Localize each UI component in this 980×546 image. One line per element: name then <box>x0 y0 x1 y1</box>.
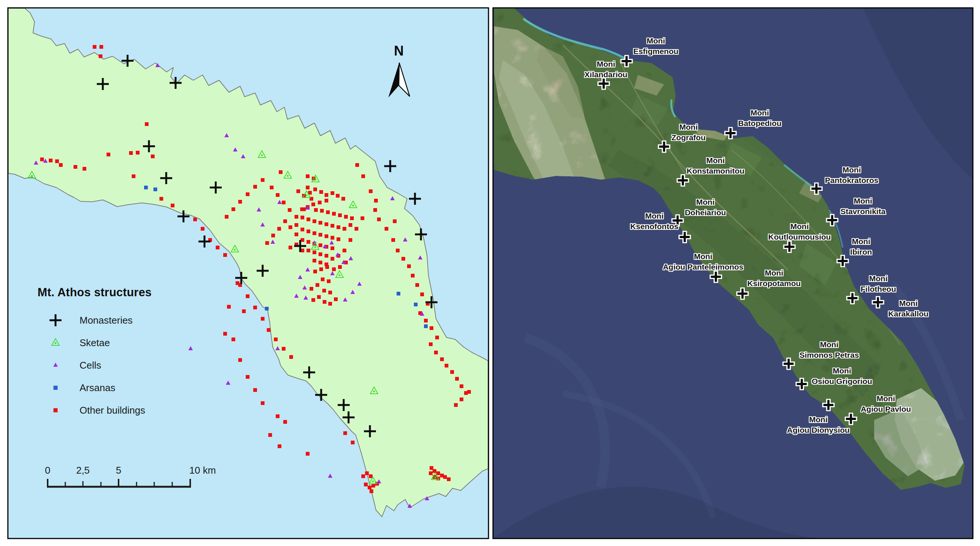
other-building-marker <box>253 388 257 392</box>
label-moni-agiou-dionysiou: MoniAgiou Dionysiou <box>787 414 850 435</box>
other-building-marker <box>385 227 388 231</box>
other-building-marker <box>49 159 52 162</box>
other-building-marker <box>306 186 310 189</box>
other-building-marker <box>315 283 319 287</box>
other-building-marker <box>393 219 396 223</box>
other-building-marker <box>306 452 310 456</box>
other-building-marker <box>55 159 59 163</box>
arsanas-marker <box>396 292 400 295</box>
other-building-marker <box>450 370 454 374</box>
arsanas-marker <box>414 303 418 306</box>
map-legend: Mt. Athos structures MonasteriesSketaeCe… <box>38 286 218 299</box>
label-moni-esfigmenou: MoniEsfigmenou <box>633 36 678 57</box>
other-building-marker <box>331 224 334 228</box>
other-building-marker <box>282 347 286 351</box>
other-building-marker <box>332 267 336 271</box>
other-building-marker <box>365 471 369 475</box>
label-moni-koutloumousiou: MoniKoutloumousiou <box>768 221 831 242</box>
other-building-marker <box>225 215 229 219</box>
other-building-marker <box>231 338 235 341</box>
other-building-marker <box>334 297 338 301</box>
cross-icon <box>38 313 73 328</box>
legend-item-label: Sketae <box>73 337 110 349</box>
sketae-marker-dot <box>339 275 340 276</box>
other-building-marker <box>328 290 332 294</box>
other-building-marker <box>430 466 433 470</box>
sketae-marker-dot <box>261 154 263 156</box>
label-moni-karakallou: MoniKarakallou <box>888 298 928 319</box>
other-building-marker <box>325 199 328 203</box>
other-building-marker <box>145 122 149 126</box>
other-building-marker <box>361 475 365 478</box>
other-building-marker <box>338 265 342 269</box>
label-moni-ibiron: MoniIbiron <box>850 236 872 257</box>
mt-athos-map-figure: 0 2,5 5 10 km N <box>0 0 980 546</box>
other-building-marker <box>193 217 197 221</box>
other-building-marker <box>351 441 355 444</box>
other-building-marker <box>40 157 44 161</box>
other-building-marker <box>396 249 399 252</box>
scale-label-2-5: 2,5 <box>76 465 90 476</box>
other-building-marker <box>227 305 231 309</box>
left-map-panel: 0 2,5 5 10 km N <box>8 8 489 539</box>
other-building-marker <box>434 351 438 354</box>
other-building-marker <box>369 475 372 478</box>
other-building-marker <box>411 274 415 278</box>
other-building-marker <box>319 190 323 194</box>
other-building-marker <box>294 232 298 236</box>
label-moni-xilandariou: MoniXilandariou <box>585 59 627 80</box>
other-building-marker <box>391 238 395 242</box>
legend-item-label: Arsanas <box>73 382 115 394</box>
other-building-marker <box>331 246 334 250</box>
other-building-marker <box>407 264 411 268</box>
sketae-marker-dot <box>234 249 236 251</box>
arsanas-marker <box>265 307 269 311</box>
other-building-marker <box>283 219 287 223</box>
sketae-marker-dot <box>372 481 374 483</box>
other-building-marker <box>443 475 447 479</box>
other-building-marker <box>325 193 328 197</box>
other-building-marker <box>429 342 433 346</box>
other-building-marker <box>337 237 340 241</box>
other-building-marker <box>223 332 227 336</box>
legend-item-monasteries: Monasteries <box>38 309 133 332</box>
other-building-marker <box>253 306 257 310</box>
other-building-marker <box>268 433 272 437</box>
legend-item-label: Other buildings <box>73 405 145 416</box>
other-building-marker <box>313 219 316 223</box>
other-building-marker <box>313 270 317 273</box>
other-building-marker <box>341 197 345 201</box>
other-building-marker <box>364 483 368 486</box>
other-building-marker <box>317 295 321 299</box>
other-building-marker <box>318 243 322 247</box>
other-building-marker <box>424 319 428 322</box>
other-building-marker <box>300 207 304 211</box>
other-building-marker <box>242 310 246 313</box>
other-building-marker <box>369 489 373 493</box>
other-building-marker <box>246 375 250 379</box>
other-building-marker <box>313 232 316 235</box>
other-building-marker <box>323 300 326 304</box>
triangle-filled-icon <box>38 358 73 373</box>
other-building-marker <box>371 484 375 487</box>
other-building-marker <box>344 215 348 219</box>
other-building-marker <box>430 326 433 330</box>
label-moni-filotheou: MoniFilotheou <box>861 273 896 294</box>
map-graphics: 0 2,5 5 10 km N <box>0 0 980 546</box>
other-building-marker <box>93 45 96 49</box>
other-building-marker <box>350 216 354 220</box>
other-building-marker <box>238 200 242 204</box>
other-building-marker <box>277 227 281 231</box>
other-building-marker <box>306 175 310 178</box>
other-building-marker <box>129 151 133 155</box>
other-building-marker <box>279 170 283 174</box>
other-building-marker <box>231 207 235 211</box>
other-building-marker <box>301 216 304 219</box>
other-building-marker <box>460 384 463 388</box>
other-building-marker <box>261 317 264 321</box>
other-building-marker <box>355 227 358 231</box>
other-building-marker <box>276 193 280 197</box>
legend-item-arsanas: Arsanas <box>38 376 115 399</box>
scale-label-5: 5 <box>116 465 121 476</box>
other-building-marker <box>436 471 440 475</box>
